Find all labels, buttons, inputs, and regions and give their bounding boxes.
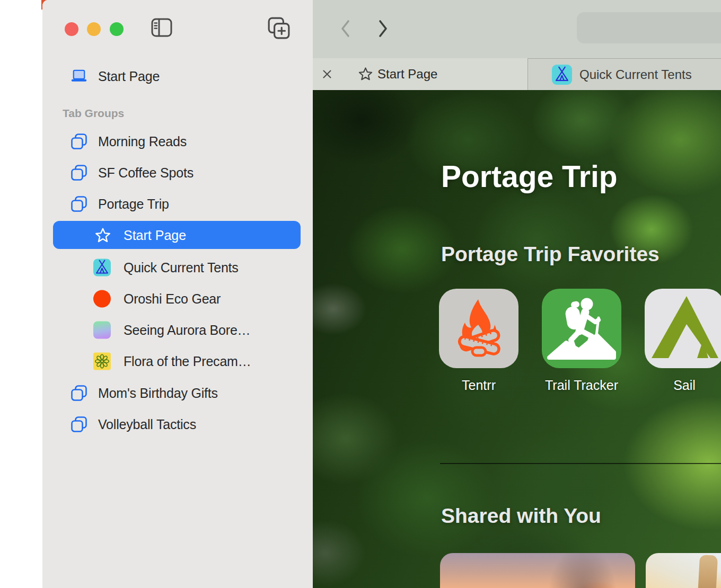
close-window-button[interactable] [65, 22, 78, 36]
safari-window: Start Page Tab Groups Morning Reads SF C… [42, 0, 721, 588]
sidebar-item-label: SF Coffee Spots [98, 165, 194, 181]
browser-toolbar [313, 0, 721, 58]
person-figure [698, 555, 718, 588]
sidebar-item-label: Morning Reads [98, 134, 187, 149]
sidebar-item-portage-trip[interactable]: Portage Trip [42, 191, 313, 217]
tab-bar: Start Page Quick Current Tents [313, 58, 721, 90]
favorite-label: Tentrr [439, 378, 518, 393]
sidebar-item-sf-coffee-spots[interactable]: SF Coffee Spots [42, 160, 313, 185]
sidebar-item-start-page[interactable]: Start Page [42, 64, 313, 89]
sidebar-item-label: Flora of the Precam… [124, 354, 251, 369]
chevron-right-icon [376, 20, 389, 38]
sidebar-item-label: Start Page [98, 69, 160, 84]
hiker-icon [542, 289, 621, 368]
tab-group-icon [71, 385, 87, 402]
tab-group-icon [71, 133, 87, 150]
sidebar-item-flora-precam[interactable]: Flora of the Precam… [42, 349, 313, 374]
shared-card-sunset[interactable] [440, 553, 635, 588]
orange-circle-icon [93, 290, 111, 308]
forward-button[interactable] [376, 20, 389, 38]
back-button[interactable] [339, 20, 352, 38]
favorite-label: Trail Tracker [542, 378, 621, 393]
section-divider [440, 463, 721, 464]
sidebar-item-seeing-aurora[interactable]: Seeing Aurora Bore… [42, 317, 313, 343]
favorite-label: Sail [645, 378, 721, 393]
sidebar-item-label: Volleyball Tactics [98, 417, 196, 432]
tent-app-icon [93, 259, 111, 277]
sidebar: Start Page Tab Groups Morning Reads SF C… [42, 0, 313, 588]
tab-groups-section-header: Tab Groups [63, 107, 124, 120]
sidebar-item-label: Start Page [124, 227, 186, 243]
aurora-gradient-icon [93, 322, 111, 339]
sidebar-item-label: Mom's Birthday Gifts [98, 386, 218, 401]
minimize-window-button[interactable] [87, 22, 101, 36]
start-page-background: Portage Trip Portage Trip Favorites [313, 90, 721, 588]
tab-quick-current-tents[interactable]: Quick Current Tents [527, 58, 721, 90]
new-tab-group-button[interactable] [267, 16, 291, 40]
chevron-left-icon [339, 20, 352, 38]
tab-label: Quick Current Tents [579, 67, 692, 82]
favorites-heading: Portage Trip Favorites [441, 243, 660, 266]
tent-app-icon [552, 65, 572, 85]
sidebar-item-moms-birthday-gifts[interactable]: Mom's Birthday Gifts [42, 380, 313, 406]
sidebar-item-volleyball-tactics[interactable]: Volleyball Tactics [42, 412, 313, 437]
laptop-icon [71, 68, 87, 85]
address-bar[interactable] [577, 12, 721, 43]
sidebar-item-quick-current-tents[interactable]: Quick Current Tents [42, 255, 313, 280]
mountain-logo-icon [645, 289, 721, 368]
favorite-tentrr[interactable]: Tentrr [439, 289, 518, 393]
tab-start-page[interactable]: Start Page [313, 58, 527, 90]
flower-app-icon [93, 353, 111, 370]
campfire-icon [439, 289, 518, 368]
close-icon [322, 69, 332, 79]
sidebar-toggle-button[interactable] [151, 17, 172, 38]
favorite-trail-tracker[interactable]: Trail Tracker [542, 289, 621, 393]
sidebar-item-label: Quick Current Tents [124, 260, 239, 275]
shared-card-person[interactable] [646, 553, 721, 588]
sidebar-item-oroshi-eco-gear[interactable]: Oroshi Eco Gear [42, 286, 313, 311]
shared-heading: Shared with You [441, 504, 601, 528]
page-title: Portage Trip [441, 159, 618, 194]
screenshot-root: Start Page Tab Groups Morning Reads SF C… [0, 0, 721, 588]
sidebar-item-start-page-selected[interactable]: Start Page [53, 221, 301, 249]
tab-label: Start Page [377, 67, 437, 82]
sidebar-item-morning-reads[interactable]: Morning Reads [42, 129, 313, 154]
tab-group-icon [71, 416, 87, 433]
sidebar-item-label: Oroshi Eco Gear [124, 291, 221, 307]
zoom-window-button[interactable] [110, 22, 124, 36]
add-tab-group-icon [267, 16, 291, 40]
tab-group-icon [71, 164, 87, 181]
sidebar-item-label: Seeing Aurora Bore… [124, 323, 250, 338]
close-tab-button[interactable] [322, 69, 332, 79]
sidebar-item-label: Portage Trip [98, 197, 169, 212]
sidebar-toggle-icon [151, 17, 172, 38]
favorite-sail[interactable]: Sail [645, 289, 721, 393]
star-icon [358, 66, 373, 82]
main-area: Start Page Quick Current Tents Portage T… [313, 0, 721, 588]
star-icon [94, 227, 111, 244]
tab-group-icon [71, 195, 87, 212]
